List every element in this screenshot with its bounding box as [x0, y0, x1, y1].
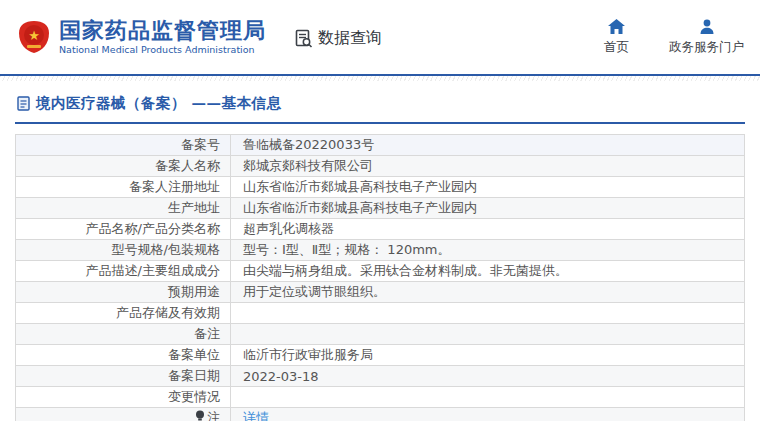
table-row: 生产地址山东省临沂市郯城县高科技电子产业园内	[16, 198, 745, 219]
row-value: 山东省临沂市郯城县高科技电子产业园内	[231, 177, 745, 198]
table-row: 产品描述/主要组成成分由尖端与柄身组成。采用钛合金材料制成。非无菌提供。	[16, 261, 745, 282]
main-content: 境内医疗器械（备案） ——基本信息 备案号鲁临械备20220033号备案人名称郯…	[0, 81, 760, 421]
row-value: 临沂市行政审批服务局	[231, 345, 745, 366]
table-row: 注详情	[16, 408, 745, 421]
detail-table: 备案号鲁临械备20220033号备案人名称郯城京郯科技有限公司备案人注册地址山东…	[15, 134, 745, 421]
row-label: 变更情况	[16, 387, 231, 408]
top-nav: 首页 政务服务门户	[564, 19, 744, 56]
home-icon	[608, 19, 625, 34]
row-label: 备案号	[16, 135, 231, 156]
svg-text:★: ★	[28, 28, 40, 43]
row-value: 由尖端与柄身组成。采用钛合金材料制成。非无菌提供。	[231, 261, 745, 282]
national-emblem-icon: ★	[18, 20, 50, 54]
row-value: 郯城京郯科技有限公司	[231, 156, 745, 177]
doc-search-icon	[294, 29, 313, 48]
table-row: 备案人名称郯城京郯科技有限公司	[16, 156, 745, 177]
row-value	[231, 387, 745, 408]
note-bulb-icon	[195, 410, 205, 421]
user-icon	[699, 19, 715, 34]
org-name-en: National Medical Products Administration	[59, 45, 266, 55]
row-label: 备注	[16, 324, 231, 345]
row-label: 预期用途	[16, 282, 231, 303]
row-value	[231, 303, 745, 324]
header-divider	[0, 74, 760, 81]
row-value: 超声乳化调核器	[231, 219, 745, 240]
document-icon	[17, 96, 30, 111]
row-value: 详情	[231, 408, 745, 421]
page-title: 境内医疗器械（备案） ——基本信息	[36, 94, 282, 113]
nmpa-logo: ★ 国家药品监督管理局 National Medical Products Ad…	[18, 19, 266, 55]
row-label: 产品名称/产品分类名称	[16, 219, 231, 240]
row-label: 备案人注册地址	[16, 177, 231, 198]
table-row: 备注	[16, 324, 745, 345]
row-value: 型号：Ⅰ型、Ⅱ型；规格： 120mm。	[231, 240, 745, 261]
nav-gov-portal[interactable]: 政务服务门户	[669, 19, 744, 56]
row-label: 备案单位	[16, 345, 231, 366]
row-value: 用于定位或调节眼组织。	[231, 282, 745, 303]
data-query-section[interactable]: 数据查询	[294, 28, 382, 49]
nav-gov-portal-label: 政务服务门户	[669, 39, 744, 56]
row-value: 山东省临沂市郯城县高科技电子产业园内	[231, 198, 745, 219]
row-value: 2022-03-18	[231, 366, 745, 387]
row-label: 备案日期	[16, 366, 231, 387]
row-label: 备案人名称	[16, 156, 231, 177]
row-value: 鲁临械备20220033号	[231, 135, 745, 156]
header: ★ 国家药品监督管理局 National Medical Products Ad…	[0, 0, 760, 74]
org-names: 国家药品监督管理局 National Medical Products Admi…	[59, 19, 266, 55]
table-row: 产品存储及有效期	[16, 303, 745, 324]
table-row: 变更情况	[16, 387, 745, 408]
row-label: 产品存储及有效期	[16, 303, 231, 324]
table-row: 备案人注册地址山东省临沂市郯城县高科技电子产业园内	[16, 177, 745, 198]
table-row: 产品名称/产品分类名称超声乳化调核器	[16, 219, 745, 240]
org-name-cn: 国家药品监督管理局	[59, 19, 266, 42]
details-link[interactable]: 详情	[243, 410, 269, 421]
row-value	[231, 324, 745, 345]
row-label: 注	[16, 408, 231, 421]
table-row: 备案日期2022-03-18	[16, 366, 745, 387]
table-row: 预期用途用于定位或调节眼组织。	[16, 282, 745, 303]
data-query-label: 数据查询	[318, 28, 382, 49]
nav-home[interactable]: 首页	[604, 19, 629, 56]
table-row: 备案号鲁临械备20220033号	[16, 135, 745, 156]
nav-home-label: 首页	[604, 39, 629, 56]
row-label: 型号规格/包装规格	[16, 240, 231, 261]
table-row: 型号规格/包装规格型号：Ⅰ型、Ⅱ型；规格： 120mm。	[16, 240, 745, 261]
detail-table-body: 备案号鲁临械备20220033号备案人名称郯城京郯科技有限公司备案人注册地址山东…	[16, 135, 745, 421]
page-title-row: 境内医疗器械（备案） ——基本信息	[15, 81, 745, 124]
table-row: 备案单位临沂市行政审批服务局	[16, 345, 745, 366]
row-label: 生产地址	[16, 198, 231, 219]
row-label: 产品描述/主要组成成分	[16, 261, 231, 282]
